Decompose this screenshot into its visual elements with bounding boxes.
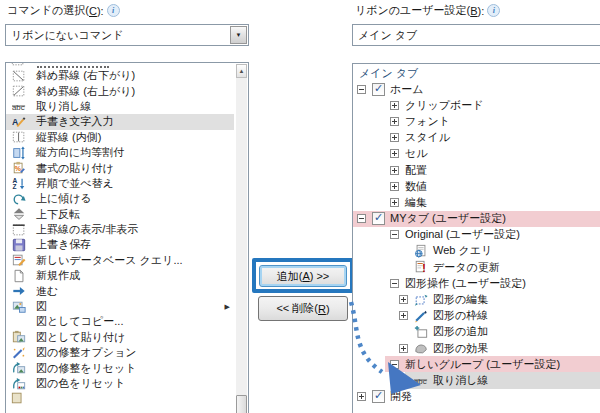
- command-label: 上書き保存: [36, 237, 91, 252]
- tree-item[interactable]: Web クエリ: [353, 243, 600, 259]
- command-item[interactable]: 進む: [6, 283, 234, 298]
- command-label: 図としてコピー...: [36, 314, 123, 329]
- info-icon[interactable]: i: [107, 4, 120, 17]
- tree-item[interactable]: 図形の効果: [353, 340, 600, 356]
- tree-item[interactable]: フォント: [353, 113, 600, 129]
- expand-icon[interactable]: [390, 149, 399, 158]
- command-item[interactable]: 新規作成: [6, 268, 234, 283]
- commands-listbox[interactable]: 斜め罫線 (右下がり)斜め罫線 (右上がり)abc取り消し線A手書き文字入力縦罫…: [5, 62, 249, 413]
- dropdown-selected-value: メイン タブ: [353, 28, 600, 43]
- customize-ribbon-dropdown[interactable]: メイン タブ: [352, 24, 600, 46]
- tree-item[interactable]: 編集: [353, 194, 600, 210]
- expand-icon[interactable]: [399, 311, 408, 320]
- svg-text:abc: abc: [12, 103, 25, 112]
- tree-item-label: 新しいグループ (ユーザー設定): [405, 357, 560, 372]
- tree-item[interactable]: MYタブ (ユーザー設定): [353, 211, 600, 227]
- collapse-icon[interactable]: [390, 360, 399, 369]
- command-item[interactable]: 図▶: [6, 299, 234, 314]
- tree-item[interactable]: 数値: [353, 178, 600, 194]
- edit-shape-icon: [414, 293, 428, 307]
- tree-item[interactable]: 開発: [353, 389, 600, 405]
- tree-item[interactable]: Original (ユーザー設定): [353, 227, 600, 243]
- tree-item[interactable]: !データの更新: [353, 259, 600, 275]
- command-label: 上罫線の表示/非表示: [36, 222, 138, 237]
- choose-commands-label: コマンドの選択(C): i: [7, 3, 120, 18]
- command-item[interactable]: 図としてコピー...: [6, 314, 234, 329]
- expand-icon[interactable]: [399, 295, 408, 304]
- command-item[interactable]: 縦方向に均等割付: [6, 145, 234, 160]
- tree-item[interactable]: 配置: [353, 162, 600, 178]
- command-label: 斜め罫線 (右上がり): [36, 84, 135, 99]
- tree-item[interactable]: セル: [353, 146, 600, 162]
- choose-commands-dropdown[interactable]: リボンにないコマンド ▼: [5, 24, 249, 46]
- ink-input-icon: A: [12, 115, 26, 129]
- command-label: 図の修整をリセット: [36, 361, 137, 376]
- scroll-up-icon[interactable]: ▲: [236, 64, 247, 78]
- command-item[interactable]: 上下反転: [6, 207, 234, 222]
- border-inside-v-icon: [12, 130, 26, 144]
- pic-correct-icon: [12, 346, 26, 360]
- expand-icon[interactable]: [390, 101, 399, 110]
- tree-item-label: 図形操作 (ユーザー設定): [405, 276, 526, 291]
- scrollbar-thumb[interactable]: [236, 395, 247, 413]
- command-item[interactable]: 図として貼り付け: [6, 330, 234, 345]
- empty-icon-slot: [12, 315, 26, 329]
- command-item[interactable]: 上罫線の表示/非表示: [6, 222, 234, 237]
- tree-item-label: MYタブ (ユーザー設定): [390, 211, 506, 226]
- db-query-icon: [12, 253, 26, 267]
- add-button[interactable]: 追加(A) >>: [259, 265, 347, 287]
- remove-button[interactable]: << 削除(R): [258, 296, 348, 321]
- tree-item[interactable]: スタイル: [353, 130, 600, 146]
- collapse-icon[interactable]: [390, 230, 399, 239]
- command-item[interactable]: 図の色をリセット: [6, 376, 234, 391]
- expand-icon[interactable]: [390, 198, 399, 207]
- checkbox-checked-icon[interactable]: [372, 83, 385, 96]
- expand-icon[interactable]: [390, 117, 399, 126]
- command-item[interactable]: A手書き文字入力: [6, 114, 234, 129]
- expand-icon[interactable]: [390, 182, 399, 191]
- expand-icon[interactable]: [390, 133, 399, 142]
- dropdown-arrow-icon[interactable]: ▼: [230, 26, 247, 44]
- info-icon[interactable]: i: [487, 4, 500, 17]
- tree-item-label: クリップボード: [405, 98, 484, 113]
- command-item[interactable]: 斜め罫線 (右上がり): [6, 83, 234, 98]
- ribbon-tree[interactable]: メイン タブ ホームクリップボードフォントスタイルセル配置数値編集MYタブ (ユ…: [352, 63, 600, 413]
- tree-item[interactable]: 図形の編集: [353, 291, 600, 307]
- tree-item-label: 数値: [405, 179, 427, 194]
- strikethrough-icon: abc: [12, 99, 26, 113]
- collapse-icon[interactable]: [357, 85, 366, 94]
- collapse-icon[interactable]: [357, 214, 366, 223]
- tree-item[interactable]: 図形の追加: [353, 324, 600, 340]
- tree-item[interactable]: クリップボード: [353, 97, 600, 113]
- tree-item[interactable]: 図形操作 (ユーザー設定): [353, 275, 600, 291]
- tree-item-label: 開発: [390, 389, 412, 404]
- checkbox-checked-icon[interactable]: [372, 390, 385, 403]
- clipped-icon: [11, 391, 25, 405]
- command-item[interactable]: %書式の貼り付け: [6, 160, 234, 175]
- command-item[interactable]: AZ昇順で並べ替え: [6, 176, 234, 191]
- command-item[interactable]: abc取り消し線: [6, 99, 234, 114]
- command-label: 図の色をリセット: [36, 376, 126, 391]
- tree-item[interactable]: abc取り消し線: [353, 372, 600, 388]
- add-shape-icon: [414, 325, 428, 339]
- checkbox-checked-icon[interactable]: [372, 212, 385, 225]
- command-label: 昇順で並べ替え: [36, 176, 114, 191]
- command-item[interactable]: 上書き保存: [6, 237, 234, 252]
- command-item[interactable]: 斜め罫線 (右下がり): [6, 68, 234, 83]
- command-label: 手書き文字入力: [36, 114, 113, 129]
- command-item[interactable]: 新しいデータベース クエリ...: [6, 253, 234, 268]
- paste-picture-icon: [12, 330, 26, 344]
- expand-icon[interactable]: [390, 166, 399, 175]
- commands-list-scrollbar[interactable]: ▲: [236, 64, 247, 413]
- tree-item[interactable]: 図形の枠線: [353, 308, 600, 324]
- expand-icon[interactable]: [357, 392, 366, 401]
- tree-item[interactable]: ホーム: [353, 81, 600, 97]
- expand-icon[interactable]: [399, 344, 408, 353]
- command-item[interactable]: 縦罫線 (内側): [6, 130, 234, 145]
- tree-item[interactable]: 新しいグループ (ユーザー設定): [353, 356, 600, 372]
- picture-icon: [12, 300, 26, 314]
- command-item[interactable]: 図の修整をリセット: [6, 360, 234, 375]
- collapse-icon[interactable]: [390, 279, 399, 288]
- command-item[interactable]: 上に傾ける: [6, 191, 234, 206]
- command-item[interactable]: 図の修整オプション: [6, 345, 234, 360]
